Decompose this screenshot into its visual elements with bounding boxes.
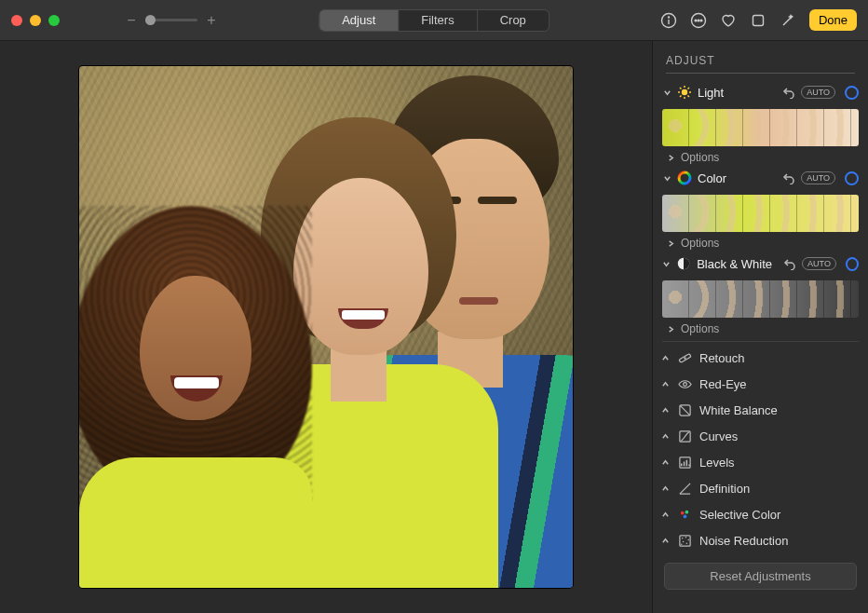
section-bw-header[interactable]: Black & White AUTO — [662, 252, 859, 275]
light-options-toggle[interactable]: Options — [662, 148, 859, 167]
auto-button[interactable]: AUTO — [801, 171, 835, 184]
options-label: Options — [681, 322, 719, 335]
auto-button[interactable]: AUTO — [802, 257, 836, 270]
divider — [666, 73, 855, 74]
svg-point-20 — [684, 357, 685, 358]
svg-point-32 — [682, 540, 684, 542]
svg-point-8 — [682, 89, 687, 95]
tab-adjust[interactable]: Adjust — [319, 10, 399, 31]
svg-point-4 — [695, 20, 697, 21]
auto-enhance-icon[interactable] — [780, 12, 796, 29]
svg-line-15 — [680, 96, 682, 98]
reset-adjustments-button[interactable]: Reset Adjustments — [664, 563, 857, 590]
divider — [662, 341, 859, 342]
svg-point-6 — [700, 20, 702, 21]
section-light-label: Light — [698, 86, 724, 100]
row-red-eye[interactable]: Red-Eye — [653, 371, 868, 397]
row-retouch[interactable]: Retouch — [653, 345, 868, 371]
row-white-balance[interactable]: White Balance — [653, 397, 868, 423]
chevron-down-icon — [662, 173, 671, 183]
section-bw: Black & White AUTO Options — [653, 252, 868, 338]
definition-icon — [677, 481, 692, 496]
crop-frame-icon[interactable] — [750, 12, 766, 29]
color-icon — [677, 170, 692, 185]
row-label: Curves — [699, 429, 738, 443]
section-color-label: Color — [698, 171, 726, 185]
light-thumbstrip[interactable] — [662, 109, 859, 146]
bw-options-toggle[interactable]: Options — [662, 320, 859, 338]
svg-rect-24 — [679, 456, 689, 467]
svg-point-27 — [683, 514, 686, 518]
info-icon[interactable] — [660, 12, 677, 29]
chevron-right-icon — [660, 457, 670, 467]
titlebar: − + Adjust Filters Crop Done — [0, 0, 868, 41]
enable-ring[interactable] — [845, 86, 859, 100]
options-label: Options — [681, 151, 719, 164]
svg-point-26 — [685, 510, 688, 513]
chevron-right-icon — [666, 238, 675, 248]
chevron-right-icon — [660, 353, 670, 362]
row-label: Definition — [699, 482, 750, 496]
undo-icon[interactable] — [782, 86, 795, 99]
tab-crop[interactable]: Crop — [478, 10, 549, 31]
zoom-out-button[interactable]: − — [125, 13, 138, 28]
row-label: Red-Eye — [699, 377, 747, 391]
chevron-down-icon — [662, 88, 671, 97]
enable-ring[interactable] — [845, 171, 859, 185]
panel-title: ADJUST — [653, 50, 868, 73]
curves-icon — [677, 429, 692, 443]
chevron-right-icon — [660, 405, 670, 415]
eye-icon — [677, 376, 692, 391]
row-noise-reduction[interactable]: Noise Reduction — [653, 527, 868, 553]
close-window-button[interactable] — [11, 15, 22, 26]
svg-point-29 — [681, 537, 683, 538]
undo-icon[interactable] — [783, 257, 796, 270]
window-controls — [11, 15, 60, 26]
done-button[interactable]: Done — [809, 9, 857, 31]
svg-point-17 — [679, 172, 690, 184]
zoom-slider-group: − + — [125, 13, 218, 28]
selective-color-icon — [677, 507, 692, 522]
favorite-icon[interactable] — [720, 12, 737, 29]
section-light-header[interactable]: Light AUTO — [662, 81, 859, 103]
adjust-sidebar: ADJUST Light AUTO Options Col — [652, 41, 868, 613]
chevron-right-icon — [660, 484, 670, 493]
fullscreen-window-button[interactable] — [48, 15, 60, 26]
color-options-toggle[interactable]: Options — [662, 234, 859, 252]
row-definition[interactable]: Definition — [653, 475, 868, 501]
row-levels[interactable]: Levels — [653, 449, 868, 475]
options-label: Options — [681, 237, 719, 250]
svg-point-30 — [685, 537, 686, 538]
undo-icon[interactable] — [782, 171, 795, 184]
zoom-in-button[interactable]: + — [205, 13, 218, 28]
levels-icon — [677, 455, 692, 470]
zoom-slider[interactable] — [145, 19, 197, 21]
row-label: Selective Color — [699, 508, 780, 522]
chevron-right-icon — [666, 153, 675, 162]
svg-line-16 — [688, 88, 690, 89]
noise-icon — [677, 533, 692, 548]
auto-button[interactable]: AUTO — [801, 86, 835, 99]
row-label: Levels — [699, 456, 735, 470]
svg-point-31 — [687, 538, 689, 540]
bw-thumbstrip[interactable] — [662, 280, 859, 318]
more-icon[interactable] — [690, 12, 707, 29]
tab-filters[interactable]: Filters — [399, 10, 477, 31]
minimize-window-button[interactable] — [30, 15, 41, 26]
color-thumbstrip[interactable] — [662, 195, 859, 232]
black-white-icon — [676, 256, 691, 271]
reset-row: Reset Adjustments — [653, 553, 868, 603]
section-color-header[interactable]: Color AUTO — [662, 167, 859, 189]
chevron-right-icon — [666, 324, 675, 334]
chevron-right-icon — [660, 431, 670, 441]
enable-ring[interactable] — [846, 257, 859, 271]
white-balance-icon — [677, 402, 692, 417]
svg-line-14 — [688, 96, 690, 98]
svg-point-21 — [683, 382, 686, 386]
photo-canvas[interactable] — [79, 66, 573, 588]
row-selective-color[interactable]: Selective Color — [653, 501, 868, 527]
svg-point-33 — [685, 542, 687, 544]
row-label: Retouch — [699, 351, 744, 365]
chevron-right-icon — [660, 379, 670, 388]
row-curves[interactable]: Curves — [653, 423, 868, 449]
